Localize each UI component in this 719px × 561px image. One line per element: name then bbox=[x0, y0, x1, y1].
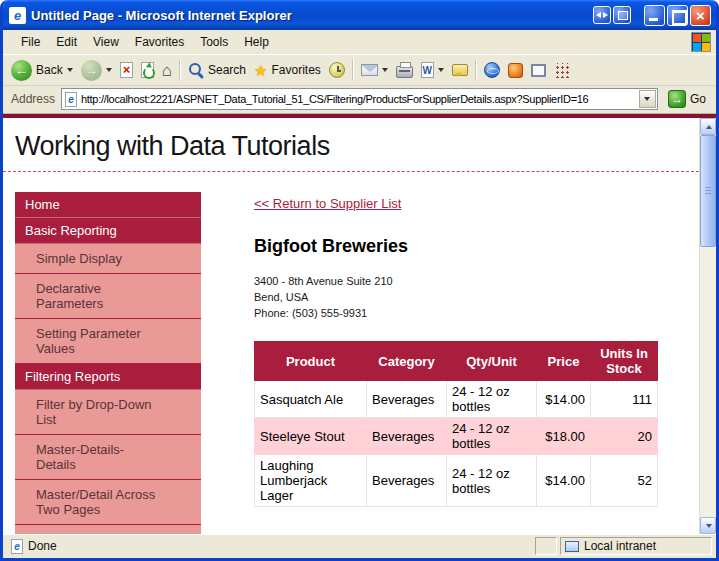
messenger-button[interactable] bbox=[504, 60, 527, 81]
go-label: Go bbox=[690, 92, 706, 106]
sidebar-item-declarative-parameters[interactable]: Declarative Parameters bbox=[15, 274, 201, 319]
ie-app-icon bbox=[9, 7, 26, 24]
window-title: Untitled Page - Microsoft Internet Explo… bbox=[31, 8, 292, 23]
zone-label: Local intranet bbox=[584, 539, 656, 553]
home-button[interactable] bbox=[158, 59, 176, 82]
close-button[interactable] bbox=[690, 5, 711, 26]
address-input[interactable]: http://localhost:2221/ASPNET_Data_Tutori… bbox=[61, 88, 658, 110]
supplier-address-block: 3400 - 8th Avenue Suite 210 Bend, USA Ph… bbox=[254, 273, 657, 321]
globe-icon bbox=[484, 62, 500, 78]
scroll-down-button[interactable] bbox=[700, 517, 716, 534]
app-window-icon bbox=[531, 64, 546, 77]
sidebar-item-setting-parameter-values[interactable]: Setting Parameter Values bbox=[15, 319, 201, 364]
cell-units-in-stock: 111 bbox=[591, 381, 658, 418]
mail-chevron-icon bbox=[382, 68, 388, 72]
mail-button[interactable] bbox=[357, 61, 392, 79]
discuss-button[interactable] bbox=[448, 61, 472, 79]
search-label: Search bbox=[208, 63, 246, 77]
cell-price: $18.00 bbox=[537, 418, 591, 455]
cell-qty-unit: 24 - 12 oz bottles bbox=[447, 381, 537, 418]
return-to-supplier-list-link[interactable]: << Return to Supplier List bbox=[254, 196, 401, 211]
cell-price: $14.00 bbox=[537, 455, 591, 507]
main-content: << Return to Supplier List Bigfoot Brewe… bbox=[254, 192, 657, 507]
mail-icon bbox=[361, 64, 378, 76]
supplier-address-line2: Bend, USA bbox=[254, 289, 657, 305]
address-favicon-icon bbox=[65, 92, 77, 107]
sidebar-item-filter-by-drop-down-list[interactable]: Filter by Drop-Down List bbox=[15, 390, 201, 435]
table-row: Steeleye Stout Beverages 24 - 12 oz bott… bbox=[255, 418, 658, 455]
menu-help[interactable]: Help bbox=[236, 31, 277, 53]
address-label: Address bbox=[11, 92, 55, 106]
scroll-thumb[interactable] bbox=[700, 135, 716, 247]
cell-product: Steeleye Stout bbox=[255, 418, 367, 455]
cell-price: $14.00 bbox=[537, 381, 591, 418]
edit-word-icon bbox=[421, 62, 434, 78]
address-url-text: http://localhost:2221/ASPNET_Data_Tutori… bbox=[81, 93, 635, 105]
cell-qty-unit: 24 - 12 oz bottles bbox=[447, 455, 537, 507]
table-row: Laughing Lumberjack Lager Beverages 24 -… bbox=[255, 455, 658, 507]
back-button[interactable]: Back bbox=[7, 57, 77, 84]
history-button[interactable] bbox=[325, 59, 349, 81]
page-viewport: Working with Data Tutorials Home Basic R… bbox=[3, 118, 699, 534]
favorites-button[interactable]: Favorites bbox=[250, 60, 325, 81]
products-table: Product Category Qty/Unit Price Units In… bbox=[254, 341, 658, 507]
menu-tools[interactable]: Tools bbox=[192, 31, 236, 53]
maximize-button[interactable] bbox=[667, 5, 688, 26]
table-row: Sasquatch Ale Beverages 24 - 12 oz bottl… bbox=[255, 381, 658, 418]
app-window-button[interactable] bbox=[527, 61, 550, 80]
cell-product: Laughing Lumberjack Lager bbox=[255, 455, 367, 507]
window-box-button[interactable] bbox=[613, 6, 631, 24]
intranet-zone-icon bbox=[565, 541, 579, 552]
print-button[interactable] bbox=[392, 60, 417, 81]
scroll-track[interactable] bbox=[700, 135, 716, 517]
status-pane-spacer bbox=[535, 537, 557, 555]
edit-button[interactable] bbox=[417, 59, 448, 81]
print-icon bbox=[396, 66, 413, 78]
go-arrow-icon bbox=[668, 90, 686, 108]
sidebar-nav: Home Basic Reporting Simple Display Decl… bbox=[15, 192, 201, 534]
toolbar-separator bbox=[179, 59, 181, 81]
status-zone-pane: Local intranet bbox=[560, 537, 712, 555]
caption-buttons bbox=[591, 5, 711, 26]
column-header-units-in-stock: Units In Stock bbox=[591, 342, 658, 381]
address-dropdown-button[interactable] bbox=[639, 90, 656, 108]
grid-tool-button[interactable] bbox=[550, 60, 573, 81]
status-pane-main: Done bbox=[7, 537, 532, 555]
scroll-up-button[interactable] bbox=[700, 118, 716, 135]
forward-button[interactable] bbox=[77, 57, 116, 84]
refresh-button[interactable] bbox=[137, 59, 158, 81]
menu-favorites[interactable]: Favorites bbox=[127, 31, 192, 53]
web-globe-button[interactable] bbox=[480, 59, 504, 81]
pan-arrows-button[interactable] bbox=[593, 6, 611, 24]
search-button[interactable]: Search bbox=[184, 59, 250, 81]
windows-logo-icon bbox=[691, 32, 711, 52]
supplier-address-line1: 3400 - 8th Avenue Suite 210 bbox=[254, 273, 657, 289]
favorites-star-icon bbox=[254, 63, 267, 78]
toolbar: Back Search Favorites bbox=[3, 55, 716, 86]
sidebar-item-clipped[interactable] bbox=[15, 525, 201, 534]
status-bar: Done Local intranet bbox=[3, 534, 716, 558]
toolbar-separator bbox=[475, 59, 477, 81]
sidebar-item-basic-reporting[interactable]: Basic Reporting bbox=[15, 218, 201, 244]
menu-view[interactable]: View bbox=[85, 31, 127, 53]
go-button[interactable]: Go bbox=[664, 88, 712, 110]
cell-units-in-stock: 52 bbox=[591, 455, 658, 507]
cell-qty-unit: 24 - 12 oz bottles bbox=[447, 418, 537, 455]
column-header-product: Product bbox=[255, 342, 367, 381]
cell-product: Sasquatch Ale bbox=[255, 381, 367, 418]
menu-edit[interactable]: Edit bbox=[48, 31, 85, 53]
sidebar-item-master-detail-across-two-pages[interactable]: Master/Detail Across Two Pages bbox=[15, 480, 201, 525]
sidebar-item-simple-display[interactable]: Simple Display bbox=[15, 244, 201, 274]
stop-button[interactable] bbox=[116, 59, 137, 81]
sidebar-item-master-details-details[interactable]: Master-Details-Details bbox=[15, 435, 201, 480]
sidebar-item-home[interactable]: Home bbox=[15, 192, 201, 218]
minimize-button[interactable] bbox=[644, 5, 665, 26]
home-icon bbox=[162, 62, 172, 79]
status-page-icon bbox=[11, 539, 23, 554]
grid-dots-icon bbox=[554, 63, 569, 78]
cell-units-in-stock: 20 bbox=[591, 418, 658, 455]
menu-file[interactable]: File bbox=[13, 31, 48, 53]
sidebar-item-filtering-reports[interactable]: Filtering Reports bbox=[15, 364, 201, 390]
column-header-qty-unit: Qty/Unit bbox=[447, 342, 537, 381]
column-header-price: Price bbox=[537, 342, 591, 381]
